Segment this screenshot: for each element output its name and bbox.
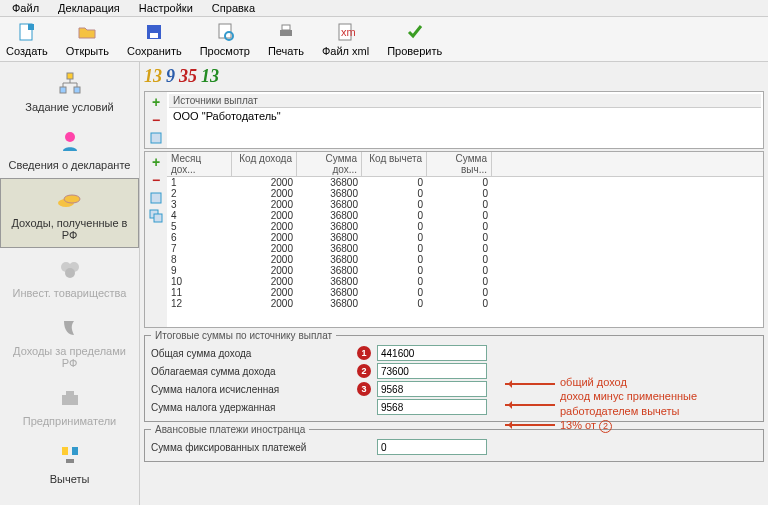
table-row[interactable]: 920003680000 <box>167 265 763 276</box>
menu-file[interactable]: Файл <box>4 0 47 16</box>
repeat-income-button[interactable] <box>148 208 164 224</box>
taxable-label: Облагаемая сумма дохода <box>151 366 351 377</box>
add-source-button[interactable]: + <box>148 94 164 110</box>
annotation-arrow <box>505 383 555 385</box>
preview-button[interactable]: Просмотр <box>200 21 250 57</box>
sidebar-item-income-rf[interactable]: Доходы, полученные в РФ <box>0 178 139 248</box>
taxable-input[interactable] <box>377 363 487 379</box>
tax-rate-tabs: 13 9 35 13 <box>144 64 764 91</box>
svg-point-15 <box>64 195 80 203</box>
income-grid-panel: + − Месяц дох... Код дохода Сумма дох...… <box>144 151 764 328</box>
sources-header: Источники выплат <box>169 94 761 108</box>
check-button[interactable]: Проверить <box>387 21 442 57</box>
svg-rect-21 <box>62 447 68 455</box>
svg-rect-24 <box>151 133 161 143</box>
remove-income-button[interactable]: − <box>148 172 164 188</box>
fixed-payments-input[interactable] <box>377 439 487 455</box>
svg-rect-12 <box>74 87 80 93</box>
svg-rect-3 <box>150 33 158 38</box>
badge-2: 2 <box>357 364 371 378</box>
annotations: общий доход доход минус примененные рабо… <box>560 375 697 433</box>
svg-rect-22 <box>72 447 78 455</box>
tax-withheld-input[interactable] <box>377 399 487 415</box>
annotation-ref-2-icon: 2 <box>599 420 612 433</box>
table-row[interactable]: 620003680000 <box>167 232 763 243</box>
fixed-payments-label: Сумма фиксированных платежей <box>151 442 351 453</box>
sidebar-item-deductions[interactable]: Вычеты <box>0 434 139 492</box>
table-row[interactable]: 720003680000 <box>167 243 763 254</box>
svg-rect-10 <box>67 73 73 79</box>
annotation-arrow <box>505 424 555 426</box>
menu-help[interactable]: Справка <box>204 0 263 16</box>
table-row[interactable]: 420003680000 <box>167 210 763 221</box>
save-button[interactable]: Сохранить <box>127 21 182 57</box>
table-row[interactable]: 220003680000 <box>167 188 763 199</box>
total-income-label: Общая сумма дохода <box>151 348 351 359</box>
add-income-button[interactable]: + <box>148 154 164 170</box>
tax-calc-input[interactable] <box>377 381 487 397</box>
table-row[interactable]: 520003680000 <box>167 221 763 232</box>
grid-body[interactable]: 1200036800002200036800003200036800004200… <box>167 177 763 327</box>
sidebar-item-income-abroad[interactable]: Доходы за пределами РФ <box>0 306 139 376</box>
svg-rect-27 <box>154 214 162 222</box>
table-row[interactable]: 1220003680000 <box>167 298 763 309</box>
grid-header: Месяц дох... Код дохода Сумма дох... Код… <box>167 152 763 177</box>
svg-rect-6 <box>280 30 292 36</box>
income-sources-panel: + − Источники выплат ООО "Работодатель" <box>144 91 764 149</box>
svg-rect-23 <box>66 459 74 463</box>
annotation-arrow <box>505 404 555 406</box>
print-button[interactable]: Печать <box>268 21 304 57</box>
edit-income-button[interactable] <box>148 190 164 206</box>
sidebar-item-entrepreneurs[interactable]: Предприниматели <box>0 376 139 434</box>
menu-declaration[interactable]: Декларация <box>50 0 128 16</box>
svg-point-18 <box>65 268 75 278</box>
tab-9[interactable]: 9 <box>166 66 175 87</box>
badge-1: 1 <box>357 346 371 360</box>
svg-text:xml: xml <box>341 26 356 38</box>
table-row[interactable]: 320003680000 <box>167 199 763 210</box>
tab-13-green[interactable]: 13 <box>201 66 219 87</box>
xml-button[interactable]: xmlФайл xml <box>322 21 369 57</box>
open-button[interactable]: Открыть <box>66 21 109 57</box>
tab-13-yellow[interactable]: 13 <box>144 66 162 87</box>
menu-settings[interactable]: Настройки <box>131 0 201 16</box>
content-area: 13 9 35 13 + − Источники выплат ООО "Раб… <box>140 62 768 505</box>
source-row[interactable]: ООО "Работодатель" <box>169 108 761 124</box>
total-income-input[interactable] <box>377 345 487 361</box>
svg-rect-19 <box>62 395 78 405</box>
edit-source-button[interactable] <box>148 130 164 146</box>
svg-point-13 <box>65 132 75 142</box>
svg-rect-7 <box>282 25 290 30</box>
toolbar: Создать Открыть Сохранить Просмотр Печат… <box>0 17 768 62</box>
svg-rect-20 <box>66 391 74 395</box>
svg-rect-1 <box>28 24 34 30</box>
tax-calc-label: Сумма налога исчисленная <box>151 384 351 395</box>
sidebar-item-conditions[interactable]: Задание условий <box>0 62 139 120</box>
create-button[interactable]: Создать <box>6 21 48 57</box>
tax-withheld-label: Сумма налога удержанная <box>151 402 351 413</box>
table-row[interactable]: 120003680000 <box>167 177 763 188</box>
sidebar-item-declarant[interactable]: Сведения о декларанте <box>0 120 139 178</box>
menubar: Файл Декларация Настройки Справка <box>0 0 768 17</box>
svg-rect-11 <box>60 87 66 93</box>
sidebar-item-invest[interactable]: Инвест. товарищества <box>0 248 139 306</box>
remove-source-button[interactable]: − <box>148 112 164 128</box>
table-row[interactable]: 1120003680000 <box>167 287 763 298</box>
badge-3: 3 <box>357 382 371 396</box>
table-row[interactable]: 1020003680000 <box>167 276 763 287</box>
tab-35[interactable]: 35 <box>179 66 197 87</box>
table-row[interactable]: 820003680000 <box>167 254 763 265</box>
sidebar: Задание условий Сведения о декларанте До… <box>0 62 140 505</box>
svg-rect-25 <box>151 193 161 203</box>
